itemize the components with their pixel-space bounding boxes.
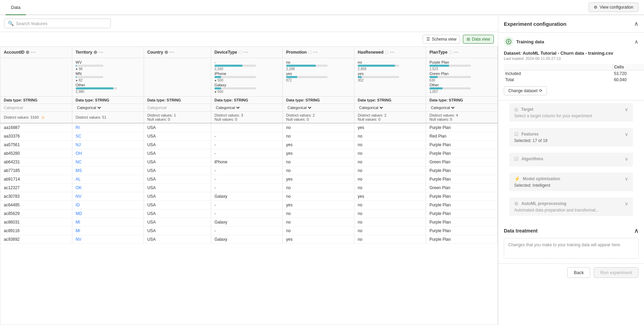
summary-territory: WV ● 98 MN ● 82 Other	[72, 58, 144, 97]
refresh-icon: ⟳	[539, 88, 542, 93]
territory-link[interactable]: OH	[76, 151, 82, 156]
schema-view-button[interactable]: ☰ Schema view	[423, 35, 460, 44]
type-select-territory[interactable]: Categorical	[76, 105, 102, 110]
model-optimization-icon: ⚡	[514, 176, 520, 182]
features-title: Features	[521, 132, 622, 137]
change-dataset-button[interactable]: Change dataset ⟳	[504, 86, 547, 95]
col-status-devicetype	[239, 51, 242, 54]
territory-link[interactable]: NV	[76, 194, 82, 199]
dataset-name: Dataset: AutoML Tutorial - Churn data - …	[504, 51, 638, 56]
cell-hasrenewed: yes	[354, 123, 426, 132]
territory-link[interactable]: NJ	[76, 142, 81, 147]
territory-link[interactable]: SC	[76, 134, 82, 139]
data-view-button[interactable]: ⊞ Data view	[463, 35, 494, 44]
model-optimization-section: ⚡ Model optimization ∨ Selected: Intelli…	[504, 173, 638, 195]
search-input-wrap: 🔍	[4, 19, 111, 28]
cell-hasrenewed: yes	[354, 192, 426, 201]
territory-link[interactable]: OK	[76, 185, 82, 190]
cell-devicetype: -	[211, 209, 282, 218]
cell-territory: MI	[72, 218, 144, 227]
training-data-section: Training data ∧ Dataset: AutoML Tutorial…	[498, 33, 644, 100]
features-icon: ☑	[514, 131, 519, 137]
automl-preprocessing-value: Automated data preparation and transform…	[514, 208, 628, 213]
type-promotion: Categorical	[282, 104, 354, 112]
col-menu-accountid[interactable]: ···	[31, 50, 36, 55]
summary-devicetype: - 2,160 iPhone ● 500 G	[211, 58, 282, 97]
territory-link[interactable]: MS	[76, 168, 82, 173]
meta-hasrenewed: Data type: STRING	[354, 97, 426, 104]
territory-link[interactable]: MD	[76, 211, 82, 216]
cell-territory: NV	[72, 192, 144, 201]
distinct-accountid: Distinct values: 3160 ⚠	[0, 112, 72, 123]
table-row: aa33376SCUSA-nonoRed Plan	[0, 132, 498, 141]
territory-link[interactable]: AL	[76, 177, 81, 182]
type-select-hasrenewed[interactable]: Categorical	[358, 105, 384, 110]
territory-link[interactable]: MI	[76, 228, 80, 233]
model-optimization-config: ⚡ Model optimization ∨ Selected: Intelli…	[509, 173, 633, 191]
run-experiment-button[interactable]: Run experiment	[594, 267, 638, 278]
stats-included-label: Included	[504, 71, 613, 77]
cell-plantype: Green Plan	[426, 184, 497, 192]
col-menu-promotion[interactable]: ···	[313, 50, 318, 55]
col-status-promotion	[308, 51, 312, 54]
features-chevron[interactable]: ∨	[625, 131, 628, 137]
cell-promotion: no	[282, 123, 354, 132]
territory-link[interactable]: ID	[76, 203, 80, 207]
automl-preprocessing-config: ⚙ AutoML preprocessing ∨ Automated data …	[509, 197, 633, 216]
col-menu-country[interactable]: ···	[169, 50, 175, 55]
target-config: ◎ Target ∨ Select a target column for yo…	[509, 103, 633, 122]
collapse-right-panel-icon[interactable]: ∧	[634, 20, 638, 28]
model-optimization-chevron[interactable]: ∨	[625, 176, 628, 182]
cell-hasrenewed: no	[354, 132, 426, 141]
stats-header-cells: Cells	[613, 64, 644, 71]
cell-hasrenewed: no	[354, 149, 426, 158]
territory-link[interactable]: RI	[76, 125, 80, 130]
model-optimization-title: Model optimization	[523, 176, 622, 181]
cell-accountid: ac12327	[0, 184, 72, 192]
territory-link[interactable]: MI	[76, 220, 80, 225]
cell-hasrenewed: no	[354, 218, 426, 227]
cell-territory: ID	[72, 201, 144, 209]
table-row: ac85629MDUSA-nonoPurple Plan	[0, 209, 498, 218]
type-select-plantype[interactable]: Categorical	[429, 105, 456, 110]
type-select-promotion[interactable]: Categorical	[286, 105, 312, 110]
view-configuration-button[interactable]: ⚙ View configuration	[589, 2, 638, 12]
col-menu-hasrenewed[interactable]: ···	[390, 50, 395, 55]
col-status-territory	[94, 51, 97, 54]
svg-rect-2	[508, 42, 510, 42]
training-data-chevron[interactable]: ∧	[634, 39, 638, 45]
cell-hasrenewed: no	[354, 227, 426, 235]
territory-link[interactable]: NC	[76, 160, 82, 164]
search-input[interactable]	[16, 21, 107, 26]
stats-total-row: Total 60,040 19 3,160	[504, 77, 644, 83]
distinct-hasrenewed: Distinct values: 2Null values: 0	[354, 112, 426, 123]
territory-link[interactable]: NV	[76, 237, 82, 242]
target-icon: ◎	[514, 107, 518, 112]
type-select-devicetype[interactable]: Categorical	[215, 105, 241, 110]
cell-country: USA	[144, 201, 211, 209]
algorithms-chevron[interactable]: ∨	[625, 156, 628, 162]
data-table: AccountID ··· Territory ···	[0, 47, 498, 244]
cell-plantype: Purple Plan	[426, 166, 497, 175]
distinct-row: Distinct values: 3160 ⚠ Distinct values:…	[0, 112, 498, 123]
cell-hasrenewed: no	[354, 166, 426, 175]
cell-territory: RI	[72, 123, 144, 132]
cell-territory: OK	[72, 184, 144, 192]
distinct-promotion: Distinct values: 2Null values: 0	[282, 112, 354, 123]
data-tab[interactable]: Data	[6, 0, 26, 15]
svg-rect-1	[508, 41, 510, 41]
cell-devicetype: Galaxy	[211, 235, 282, 244]
col-menu-plantype[interactable]: ···	[454, 50, 459, 55]
automl-preprocessing-icon: ⚙	[514, 201, 519, 206]
automl-preprocessing-chevron[interactable]: ∨	[625, 201, 628, 206]
gear-icon: ⚙	[594, 5, 598, 10]
col-menu-territory[interactable]: ···	[98, 50, 104, 55]
distinct-territory: Distinct values: 51	[72, 112, 144, 123]
col-menu-devicetype[interactable]: ···	[243, 50, 249, 55]
top-bar: Data ⚙ View configuration	[0, 0, 644, 15]
data-treatment-collapse-icon[interactable]: ∧	[634, 227, 638, 235]
experiment-config-title: Experiment configuration	[504, 21, 567, 27]
target-chevron[interactable]: ∨	[625, 107, 628, 112]
back-button[interactable]: Back	[567, 267, 590, 278]
cell-accountid: aa33376	[0, 132, 72, 141]
